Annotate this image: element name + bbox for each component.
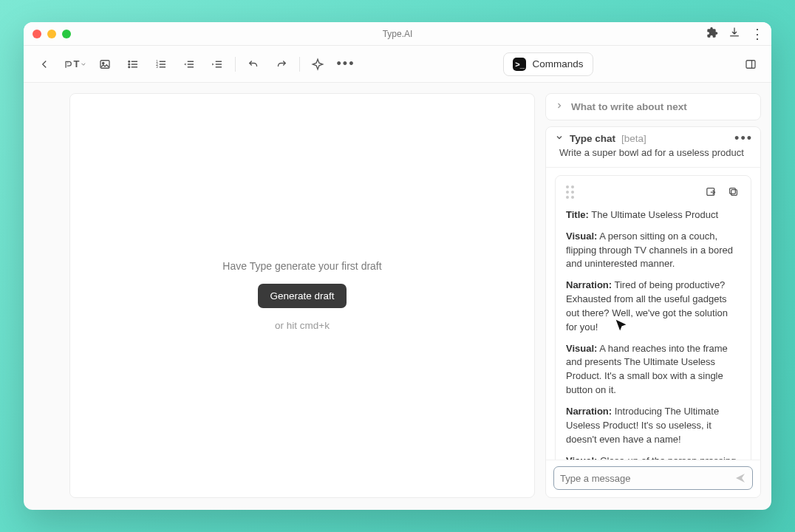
- titlebar: Type.AI ⋮: [24, 22, 771, 46]
- image-button[interactable]: [95, 54, 115, 75]
- sidepanel-toggle-button[interactable]: [740, 54, 761, 75]
- svg-point-3: [129, 64, 130, 65]
- suggestion-label: What to write about next: [571, 101, 687, 112]
- chat-input-field[interactable]: [560, 473, 729, 484]
- send-button[interactable]: [734, 472, 746, 484]
- bullet-list-button[interactable]: [123, 54, 143, 75]
- svg-text:3: 3: [156, 65, 158, 69]
- ai-action-button[interactable]: [307, 54, 328, 75]
- window-title: Type.AI: [24, 29, 771, 39]
- titlebar-right: ⋮: [706, 27, 764, 41]
- commands-icon: >_: [513, 58, 526, 71]
- content-area: Have Type generate your first draft Gene…: [24, 83, 771, 510]
- section-label: Title:: [566, 209, 589, 220]
- chat-user-prompt: Write a super bowl ad for a useless prod…: [546, 147, 760, 167]
- app-window: Type.AI ⋮ T 123: [24, 22, 771, 510]
- commands-button[interactable]: >_ Commands: [503, 52, 593, 76]
- chevron-right-icon: [555, 101, 564, 112]
- window-maximize-button[interactable]: [62, 30, 71, 38]
- numbered-list-button[interactable]: 123: [151, 54, 171, 75]
- section-label: Visual:: [566, 343, 597, 354]
- redo-button[interactable]: [271, 54, 292, 75]
- cursor-icon: [613, 318, 629, 334]
- toolbar: T 123 •••: [24, 46, 771, 83]
- extensions-icon[interactable]: [706, 27, 718, 41]
- chat-panel: Type chat [beta] ••• Write a super bowl …: [545, 126, 761, 498]
- window-minimize-button[interactable]: [47, 30, 56, 38]
- back-button[interactable]: [34, 54, 55, 75]
- section-label: Visual:: [566, 455, 597, 460]
- chat-scroll[interactable]: Title: The Ultimate Useless Product Visu…: [546, 168, 760, 460]
- svg-rect-10: [731, 190, 737, 196]
- drag-handle-icon[interactable]: [566, 185, 574, 199]
- download-icon[interactable]: [729, 27, 740, 41]
- outdent-button[interactable]: [179, 54, 199, 75]
- section-label: Narration:: [566, 279, 612, 290]
- window-controls: [33, 30, 71, 38]
- chat-input[interactable]: [553, 466, 753, 490]
- section-label: Visual:: [566, 231, 597, 242]
- browser-menu-icon[interactable]: ⋮: [751, 27, 764, 41]
- text-style-button[interactable]: T: [62, 54, 87, 75]
- editor-empty-text: Have Type generate your first draft: [222, 260, 381, 272]
- svg-point-4: [129, 66, 130, 67]
- editor-pane[interactable]: Have Type generate your first draft Gene…: [69, 93, 535, 498]
- chat-more-button[interactable]: •••: [734, 131, 753, 146]
- editor-hint: or hit cmd+k: [275, 320, 330, 331]
- chevron-down-icon: [555, 133, 564, 144]
- indent-button[interactable]: [207, 54, 228, 75]
- chat-badge: [beta]: [621, 133, 646, 144]
- copy-button[interactable]: [726, 185, 740, 200]
- chat-header[interactable]: Type chat [beta] •••: [546, 127, 760, 150]
- more-options-button[interactable]: •••: [335, 54, 356, 75]
- chat-body: Title: The Ultimate Useless Product Visu…: [546, 167, 760, 460]
- svg-point-1: [103, 62, 104, 64]
- chat-input-area: [546, 460, 760, 497]
- svg-rect-11: [729, 188, 735, 194]
- svg-rect-8: [746, 60, 755, 68]
- svg-point-2: [129, 61, 130, 62]
- undo-button[interactable]: [243, 54, 264, 75]
- sidebar: What to write about next Type chat [beta…: [545, 93, 761, 498]
- window-close-button[interactable]: [33, 30, 41, 38]
- chat-response-card: Title: The Ultimate Useless Product Visu…: [555, 175, 751, 460]
- section-label: Narration:: [566, 406, 612, 417]
- insert-button[interactable]: [703, 185, 718, 200]
- chat-title: Type chat: [570, 133, 615, 144]
- commands-label: Commands: [532, 58, 583, 69]
- suggestion-card[interactable]: What to write about next: [545, 93, 761, 120]
- generate-draft-button[interactable]: Generate draft: [258, 284, 346, 308]
- section-text: The Ultimate Useless Product: [591, 209, 718, 220]
